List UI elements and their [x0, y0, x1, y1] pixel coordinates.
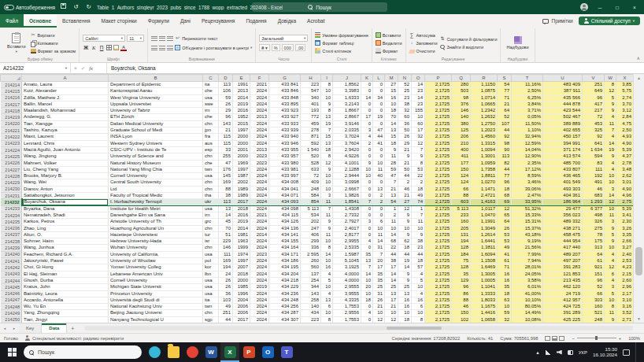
cell[interactable]: 45 — [219, 219, 233, 225]
cell[interactable]: 528 — [301, 160, 321, 166]
cell[interactable]: 32 — [412, 134, 425, 140]
cell[interactable]: 21 — [219, 127, 233, 134]
currency-format-icon[interactable]: ₴ ▾ — [259, 44, 269, 51]
editing-item-сортувати-й-фільтрувати[interactable]: Сортувати й фільтрувати — [440, 35, 498, 42]
cell[interactable]: 434 229 — [269, 284, 301, 290]
cell[interactable]: 23 — [412, 101, 425, 107]
cell[interactable]: 2024 — [250, 225, 269, 231]
cell[interactable]: 2,1725 — [425, 146, 452, 153]
cell[interactable]: 177 — [452, 160, 471, 166]
cell[interactable]: 1,3005 — [471, 271, 498, 277]
cell[interactable]: twn — [203, 304, 219, 310]
cell[interactable]: 9 — [398, 153, 412, 160]
row-header[interactable]: 214216 — [1, 94, 22, 101]
cell[interactable]: 0 — [361, 186, 373, 192]
merge-center-button[interactable]: Об'єднати і розташувати в центрі — [182, 46, 249, 50]
cell[interactable]: 483 409 — [543, 82, 583, 88]
row-header[interactable]: 214224 — [1, 146, 22, 153]
cell[interactable]: 11 — [605, 310, 616, 316]
cell[interactable]: 453 — [583, 120, 605, 127]
cell[interactable]: 113 — [498, 153, 512, 160]
cell[interactable]: 11 — [373, 231, 385, 238]
cell[interactable]: Dianov, Anton — [22, 186, 109, 192]
cell[interactable]: 433 939 — [269, 127, 301, 134]
cell[interactable]: 0 — [373, 82, 385, 88]
cell[interactable]: 2014 — [250, 231, 269, 238]
cell[interactable]: Aristotle University of Th — [109, 219, 203, 225]
cell[interactable]: 2024 — [250, 290, 269, 297]
cell[interactable]: 2,1725 — [425, 193, 452, 199]
row-header[interactable]: 214236 — [1, 225, 22, 231]
editing-item-очистити[interactable]: Очистити — [409, 47, 438, 54]
cell[interactable]: 2,17 — [616, 290, 634, 297]
cell[interactable]: 336 — [301, 245, 321, 251]
cell[interactable]: 8 — [321, 82, 333, 88]
row-header[interactable]: 214229 — [1, 179, 22, 186]
cell[interactable]: 1963 — [233, 238, 250, 245]
column-header-F[interactable]: F — [250, 75, 269, 82]
cell[interactable]: 23 — [412, 245, 425, 251]
ribbon-tab-дані[interactable]: Дані — [175, 14, 196, 28]
cell[interactable]: 4,96 — [616, 193, 634, 199]
bold-button[interactable]: Ж — [83, 45, 89, 51]
cell[interactable]: 2,1725 — [425, 205, 452, 212]
cell[interactable]: 560 — [301, 264, 321, 271]
row-header[interactable]: 214220 — [1, 120, 22, 127]
column-header-G[interactable]: G — [269, 75, 301, 82]
cell[interactable]: 2024 — [250, 101, 269, 107]
cell[interactable]: 2,6667 — [333, 186, 361, 192]
cell[interactable]: 3 — [321, 193, 333, 199]
cell[interactable]: 2024 — [250, 140, 269, 146]
borders-icon[interactable] — [106, 45, 112, 50]
cell[interactable]: 22 — [385, 245, 398, 251]
cell[interactable]: 444 878 — [543, 101, 583, 107]
cell[interactable]: Amato, Laura — [22, 82, 109, 88]
column-header-L[interactable]: L — [373, 75, 385, 82]
cell[interactable]: 2,60 — [616, 277, 634, 283]
editing-item-заповнити[interactable]: Заповнити — [409, 39, 438, 46]
cell[interactable]: 44 — [373, 134, 385, 140]
cell[interactable]: 391 283 — [543, 264, 583, 271]
cell[interactable]: 3 — [361, 219, 373, 225]
cell[interactable]: 10 — [321, 186, 333, 192]
cell[interactable]: Department of Epidemic — [109, 82, 203, 88]
cell[interactable]: 921 — [583, 264, 605, 271]
cell[interactable]: 88 — [452, 297, 471, 303]
formula-input[interactable]: Boyarchuk, Oksana — [107, 63, 644, 73]
cell[interactable]: 340 — [301, 94, 321, 101]
cell[interactable]: Michigan State Universit — [109, 284, 203, 290]
cell[interactable]: 54 — [498, 82, 512, 88]
cell[interactable]: 8 — [321, 108, 333, 114]
cell[interactable]: 11,16% — [512, 82, 543, 88]
cell[interactable]: Bryazka, Dana — [22, 205, 109, 212]
cell[interactable]: 4 — [605, 114, 616, 120]
cell[interactable]: kor — [203, 264, 219, 271]
cell[interactable]: 3,52 — [616, 310, 634, 316]
row-header[interactable]: 214215 — [1, 88, 22, 94]
cell[interactable]: 417 — [583, 101, 605, 107]
cell[interactable]: 1,7553 — [333, 304, 361, 310]
cell[interactable]: 1,0270 — [471, 179, 498, 186]
cell[interactable]: Beijing Jiaotong Universi — [109, 310, 203, 316]
cell[interactable]: Karkos, Petros — [22, 219, 109, 225]
row-header[interactable]: 214227 — [1, 166, 22, 172]
underline-button[interactable]: П — [98, 45, 105, 51]
cell[interactable]: 102 — [452, 316, 471, 323]
cell[interactable]: Kratus, John — [22, 284, 109, 290]
row-header[interactable]: 214234 — [1, 212, 22, 218]
cell[interactable]: che — [203, 160, 219, 166]
cell[interactable]: Ltd — [109, 186, 203, 192]
row-header[interactable]: 214239 — [1, 245, 22, 251]
cell[interactable]: 1,3049 — [471, 225, 498, 231]
cell[interactable]: 2,1725 — [425, 160, 452, 166]
cell[interactable]: 10 — [412, 310, 425, 316]
cell[interactable]: 18 — [498, 290, 512, 297]
cell[interactable]: 401 — [301, 101, 321, 107]
cell[interactable]: 64 — [583, 251, 605, 257]
cell[interactable]: 2,1725 — [425, 127, 452, 134]
cell[interactable]: 40 — [373, 173, 385, 179]
cell[interactable]: 2,1725 — [425, 219, 452, 225]
cell[interactable]: 2006 — [233, 310, 250, 316]
cell[interactable]: 78 — [583, 231, 605, 238]
cell[interactable]: 32 — [498, 316, 512, 323]
